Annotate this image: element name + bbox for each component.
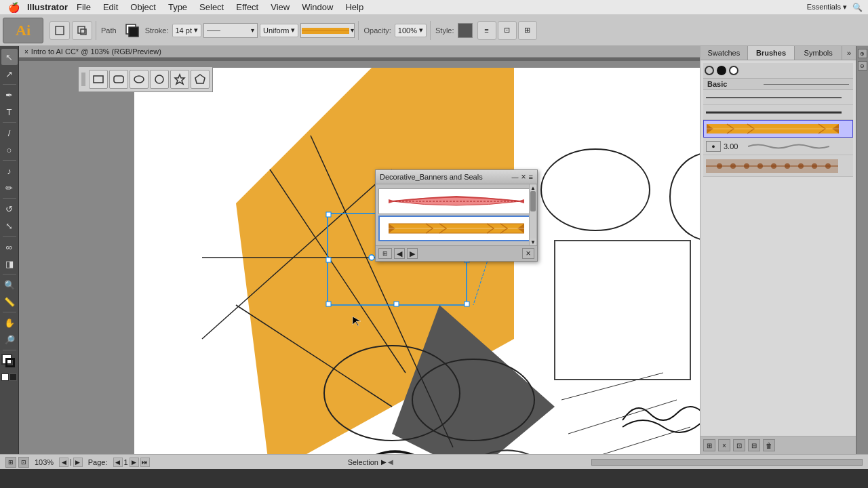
type-tool[interactable]: T	[1, 104, 18, 120]
panel-icon-trash[interactable]: 🗑	[763, 439, 775, 451]
tab-brushes[interactable]: Brushes	[748, 46, 795, 60]
menu-object[interactable]: Object	[124, 0, 162, 15]
page-next-btn[interactable]: ▶	[130, 458, 139, 467]
transform-btn[interactable]: ≡	[477, 21, 496, 40]
toolbar-handle[interactable]	[81, 73, 85, 86]
brush-row-selected[interactable]	[703, 120, 853, 138]
zoom-up-btn[interactable]: ▶	[73, 458, 83, 467]
banners-menu-btn[interactable]: ≡	[529, 173, 533, 181]
status-icon-1[interactable]: ⊞	[5, 457, 16, 468]
gradient-tool[interactable]: ◨	[1, 256, 18, 272]
right-panel-btn-2[interactable]: ⊖	[858, 61, 867, 70]
stroke-style-select[interactable]: —— ▾	[203, 23, 258, 38]
panel-icon-4[interactable]: ⊟	[748, 439, 760, 451]
none-icon2[interactable]	[9, 373, 17, 381]
hand-tool[interactable]: ✋	[1, 314, 18, 331]
status-icon-2[interactable]: ⊡	[18, 457, 29, 468]
fill-stroke-colors[interactable]	[1, 354, 18, 370]
menu-select[interactable]: Select	[193, 0, 230, 15]
essentials-menu[interactable]: Essentials ▾	[807, 3, 847, 12]
page-prev-btn[interactable]: ◀	[113, 458, 123, 467]
ellipse-tool[interactable]: ○	[1, 142, 18, 158]
right-panel-btn-1[interactable]: ⊕	[858, 49, 867, 58]
zoom-down-btn[interactable]: ◀	[59, 458, 68, 467]
banners-scrollbar[interactable]: ▲ ▼	[529, 184, 537, 245]
brush-row-decorative[interactable]	[703, 155, 853, 177]
panel-tabs-arrow[interactable]: »	[842, 46, 856, 60]
handle-ml[interactable]	[326, 258, 331, 262]
panel-icon-2[interactable]: ×	[718, 439, 730, 451]
banner-item-2[interactable]	[378, 216, 534, 241]
panel-icon-3[interactable]: ⊡	[733, 439, 745, 451]
orange-brush-preview	[707, 121, 839, 136]
menu-file[interactable]: File	[71, 0, 97, 15]
rotate-tool[interactable]: ↺	[1, 201, 18, 217]
banners-close-btn[interactable]: ×	[521, 172, 526, 182]
handle-bl[interactable]	[326, 302, 331, 306]
document-tab[interactable]: × Intro to AI CC* @ 103% (RGB/Preview)	[19, 46, 700, 58]
apple-menu[interactable]: 🍎	[0, 2, 27, 13]
ellipse-btn[interactable]	[130, 70, 149, 89]
tool-sep-7	[3, 312, 16, 312]
menu-effect[interactable]: Effect	[230, 0, 264, 15]
tab-swatches[interactable]: Swatches	[701, 46, 748, 60]
star-btn[interactable]	[170, 70, 189, 89]
stroke-width-select[interactable]: 14 pt ▾	[172, 24, 201, 37]
brush-preview-btn[interactable]: ▾	[300, 23, 355, 38]
transform-mode-btn[interactable]	[72, 21, 92, 40]
pencil-tool[interactable]: ✏	[1, 180, 18, 196]
search-icon[interactable]: 🔍	[852, 3, 863, 12]
handle-br[interactable]	[465, 302, 469, 306]
zoom-tool[interactable]: 🔎	[1, 331, 18, 348]
svg-point-9	[155, 75, 163, 83]
svg-point-28	[717, 163, 722, 169]
banner-delete-btn[interactable]: ×	[522, 248, 534, 259]
rectangle-btn[interactable]	[89, 70, 108, 89]
tab-close[interactable]: ×	[24, 48, 28, 56]
banner-next-btn[interactable]: ▶	[407, 248, 418, 259]
stroke-icon	[123, 23, 142, 38]
selection-tool[interactable]: ↖	[1, 49, 18, 65]
handle-bm[interactable]	[394, 302, 399, 306]
none-icon[interactable]	[1, 373, 9, 381]
menu-view[interactable]: View	[264, 0, 296, 15]
canvas[interactable]: Decorative_Banners and Seals — × ≡	[19, 61, 700, 454]
blend-tool[interactable]: ∞	[1, 239, 18, 255]
brush-row-plain[interactable]	[703, 90, 853, 105]
tab-symbols[interactable]: Symbols	[795, 46, 842, 60]
scroll-down-btn[interactable]: ▼	[530, 239, 536, 245]
new-btn[interactable]	[50, 21, 70, 40]
triangle-btn[interactable]	[150, 70, 169, 89]
banner-item-1[interactable]	[378, 188, 534, 214]
envelope-btn[interactable]: ⊞	[518, 21, 537, 40]
style-btn[interactable]	[458, 23, 473, 38]
brush-row-2[interactable]	[703, 105, 853, 120]
opacity-select[interactable]: 100% ▾	[395, 24, 427, 37]
menu-type[interactable]: Type	[162, 0, 193, 15]
banner-library-btn[interactable]: ⊞	[378, 248, 392, 259]
banners-panel-titlebar[interactable]: Decorative_Banners and Seals — × ≡	[376, 170, 537, 184]
menu-window[interactable]: Window	[296, 0, 339, 15]
handle-tl[interactable]	[326, 212, 331, 217]
panel-icon-1[interactable]: ⊞	[703, 439, 715, 451]
scroll-up-btn[interactable]: ▲	[530, 184, 536, 191]
stroke-type-select[interactable]: Uniform ▾	[260, 24, 299, 37]
warp-btn[interactable]: ⊡	[498, 21, 517, 40]
rounded-rect-btn[interactable]	[109, 70, 128, 89]
control-point-1[interactable]	[369, 255, 374, 260]
banners-minimize-btn[interactable]: —	[512, 174, 519, 181]
scale-tool[interactable]: ⤡	[1, 218, 18, 234]
tool-sep-6	[3, 274, 16, 274]
measure-tool[interactable]: 📏	[1, 293, 18, 310]
pen-tool[interactable]: ✒	[1, 87, 18, 103]
banner-prev-btn[interactable]: ◀	[394, 248, 405, 259]
polygon-btn[interactable]	[191, 70, 210, 89]
direct-select-tool[interactable]: ↗	[1, 66, 18, 82]
menu-edit[interactable]: Edit	[97, 0, 124, 15]
eyedropper-tool[interactable]: 🔍	[1, 277, 18, 293]
line-tool[interactable]: /	[1, 125, 18, 141]
paintbrush-tool[interactable]: ♪	[1, 163, 18, 179]
bottom-scrollbar[interactable]	[591, 459, 863, 466]
menu-help[interactable]: Help	[339, 0, 370, 15]
page-last-btn[interactable]: ⏭	[140, 458, 150, 467]
